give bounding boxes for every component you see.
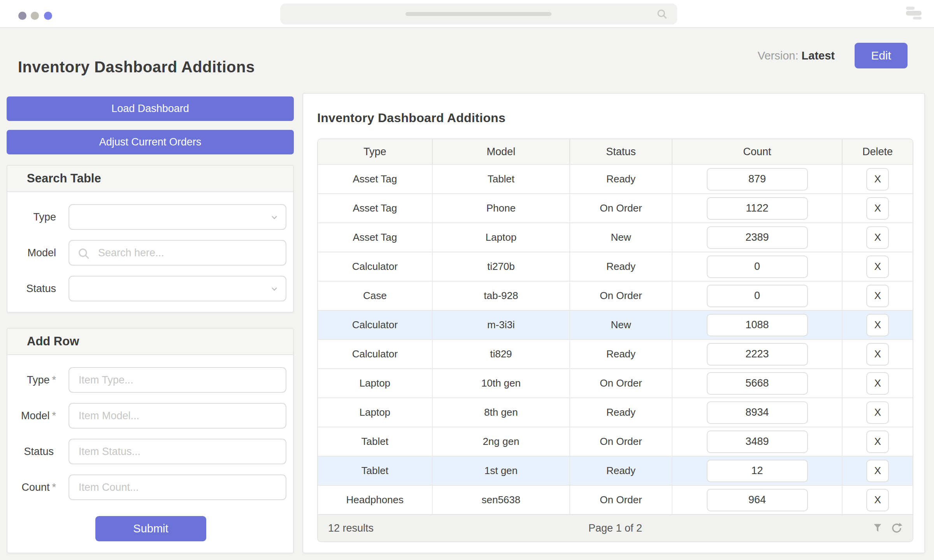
cell-model: 8th gen xyxy=(433,398,571,427)
window-dot-3[interactable] xyxy=(44,12,52,20)
count-field-box xyxy=(68,474,286,500)
add-count-row: Count* xyxy=(7,474,286,500)
chevron-down-icon xyxy=(271,214,278,221)
count-input[interactable] xyxy=(707,489,808,511)
refresh-icon[interactable] xyxy=(891,522,902,534)
cell-model: ti270b xyxy=(433,252,571,281)
browser-chrome-bar xyxy=(0,0,934,28)
cell-model: sen5638 xyxy=(433,486,571,514)
column-header-count: Count xyxy=(672,139,843,164)
load-dashboard-button[interactable]: Load Dashboard xyxy=(7,96,294,121)
count-input[interactable] xyxy=(707,226,808,249)
required-mark: * xyxy=(52,410,56,422)
cell-model: 1st gen xyxy=(433,457,571,485)
item-model-input[interactable] xyxy=(69,404,286,428)
table-panel-title: Inventory Dashboard Additions xyxy=(317,111,506,125)
cell-delete: X xyxy=(843,369,913,397)
cell-count xyxy=(672,340,843,368)
search-table-title: Search Table xyxy=(7,166,293,192)
cell-type: Headphones xyxy=(318,486,433,514)
required-mark: * xyxy=(52,481,56,493)
window-dot-2[interactable] xyxy=(31,12,39,20)
cell-status: Ready xyxy=(570,398,672,427)
type-field-box xyxy=(68,367,286,393)
menu-icon[interactable] xyxy=(906,7,922,19)
cell-count xyxy=(672,486,843,514)
cell-model: tab-928 xyxy=(433,282,571,310)
item-status-input[interactable] xyxy=(69,439,286,464)
window-dot-1[interactable] xyxy=(18,12,26,20)
cell-type: Tablet xyxy=(318,457,433,485)
delete-row-button[interactable]: X xyxy=(866,401,889,424)
page-title: Inventory Dashboard Additions xyxy=(18,58,255,76)
count-input[interactable] xyxy=(707,430,808,453)
page-indicator: Page 1 of 2 xyxy=(318,522,913,534)
column-header-model: Model xyxy=(433,139,571,164)
cell-delete: X xyxy=(843,223,913,252)
count-input[interactable] xyxy=(707,460,808,482)
edit-button[interactable]: Edit xyxy=(855,43,908,68)
delete-row-button[interactable]: X xyxy=(866,460,889,482)
delete-row-button[interactable]: X xyxy=(866,256,889,278)
cell-delete: X xyxy=(843,340,913,368)
cell-delete: X xyxy=(843,252,913,281)
count-field-label: Count* xyxy=(7,481,56,494)
cell-delete: X xyxy=(843,427,913,456)
table-row: Tablet2ng genOn OrderX xyxy=(318,427,913,456)
type-filter-select[interactable] xyxy=(68,204,286,230)
version-label: Version: xyxy=(758,49,799,62)
delete-row-button[interactable]: X xyxy=(866,343,889,366)
delete-row-button[interactable]: X xyxy=(866,226,889,249)
count-input[interactable] xyxy=(707,256,808,278)
delete-row-button[interactable]: X xyxy=(866,168,889,191)
address-placeholder-pill xyxy=(406,12,551,16)
address-search-bar[interactable] xyxy=(280,4,677,24)
count-input[interactable] xyxy=(707,197,808,220)
cell-count xyxy=(672,165,843,193)
cell-delete: X xyxy=(843,486,913,514)
cell-count xyxy=(672,252,843,281)
count-input[interactable] xyxy=(707,401,808,424)
status-filter-select[interactable] xyxy=(68,276,286,301)
cell-count xyxy=(672,369,843,397)
table-row: Asset TagTabletReadyX xyxy=(318,164,913,193)
adjust-current-orders-button[interactable]: Adjust Current Orders xyxy=(7,130,294,154)
delete-row-button[interactable]: X xyxy=(866,314,889,336)
inventory-table-panel: Inventory Dashboard Additions Type Model… xyxy=(302,93,925,553)
cell-type: Calculator xyxy=(318,311,433,339)
cell-count xyxy=(672,398,843,427)
status-field-box xyxy=(68,439,286,464)
count-input[interactable] xyxy=(707,372,808,395)
submit-button[interactable]: Submit xyxy=(95,516,206,541)
count-input[interactable] xyxy=(707,285,808,307)
cell-model: Tablet xyxy=(433,165,571,193)
table-row: Casetab-928On OrderX xyxy=(318,281,913,310)
menu-bar xyxy=(913,17,922,19)
filter-icon[interactable] xyxy=(872,523,883,534)
cell-delete: X xyxy=(843,165,913,193)
delete-row-button[interactable]: X xyxy=(866,197,889,220)
model-search-box xyxy=(68,240,286,266)
menu-bar xyxy=(906,7,915,10)
column-header-type: Type xyxy=(318,139,433,164)
delete-row-button[interactable]: X xyxy=(866,372,889,395)
cell-status: On Order xyxy=(570,194,672,222)
delete-row-button[interactable]: X xyxy=(866,285,889,307)
count-input[interactable] xyxy=(707,343,808,366)
cell-type: Calculator xyxy=(318,340,433,368)
cell-model: Laptop xyxy=(433,223,571,252)
count-input[interactable] xyxy=(707,314,808,336)
count-input[interactable] xyxy=(707,168,808,191)
delete-row-button[interactable]: X xyxy=(866,489,889,511)
add-row-panel: Add Row Type* Model* Status xyxy=(7,328,294,553)
cell-status: On Order xyxy=(570,282,672,310)
item-count-input[interactable] xyxy=(69,475,286,499)
model-search-input[interactable] xyxy=(69,241,286,265)
table-row: Tablet1st genReadyX xyxy=(318,456,913,485)
table-footer: 12 results Page 1 of 2 xyxy=(318,514,913,541)
column-header-delete: Delete xyxy=(843,139,913,164)
status-field-label: Status xyxy=(7,446,56,458)
item-type-input[interactable] xyxy=(69,368,286,392)
table-header-row: Type Model Status Count Delete xyxy=(318,139,913,164)
delete-row-button[interactable]: X xyxy=(866,430,889,453)
